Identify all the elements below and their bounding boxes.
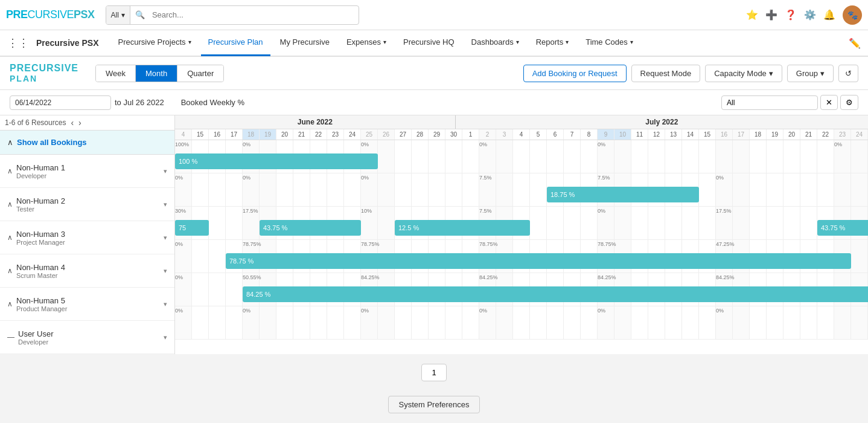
cal-row-5: 0%0%0%0%0%0%0% [175, 306, 868, 340]
calendar-grid: June 2022July 20224151617181920212223242… [175, 115, 868, 354]
pagination-row: 1-6 of 6 Resources ‹ › [0, 115, 174, 131]
expand-icon: ∧ [7, 138, 13, 147]
quarter-view-button[interactable]: Quarter [177, 65, 223, 82]
nav-item-expenses[interactable]: Expenses ▾ [339, 30, 394, 56]
app-nav: ⋮⋮ Precursive PSX Precursive Projects ▾ … [0, 30, 868, 57]
expand-icon-4: ∧ [7, 300, 13, 308]
next-page-button[interactable]: › [78, 118, 81, 128]
plan-logo-sub: PLAN [10, 74, 78, 83]
booking-bar-2[interactable]: 43.75 % [260, 220, 361, 236]
expand-icon-5: — [7, 333, 14, 341]
resource-name-4: Non-Human 5 [16, 296, 164, 305]
calendar-container: 1-6 of 6 Resources ‹ › ∧ Show all Bookin… [0, 115, 868, 354]
booking-bar-2[interactable]: 75 [175, 220, 209, 236]
nav-item-hq[interactable]: Precursive HQ [396, 30, 462, 56]
booking-bar-3[interactable]: 78.75 % [226, 253, 851, 269]
refresh-button[interactable]: ↺ [838, 65, 858, 82]
search-scope[interactable]: All ▾ [106, 6, 130, 24]
add-icon[interactable]: ➕ [765, 9, 777, 21]
page-1-button[interactable]: 1 [421, 364, 446, 381]
plan-header: PRECURSIVE PLAN Week Month Quarter Add B… [0, 57, 868, 90]
global-search: All ▾ 🔍 [106, 5, 359, 25]
resource-info-0: Non-Human 1 Developer [16, 163, 164, 179]
nav-item-dashboards[interactable]: Dashboards ▾ [464, 30, 526, 56]
week-view-button[interactable]: Week [96, 65, 136, 82]
month-view-button[interactable]: Month [136, 65, 177, 82]
bottom-pagination: 1 [0, 354, 868, 391]
request-mode-button[interactable]: Request Mode [631, 65, 701, 82]
chevron-down-icon: ▾ [188, 39, 191, 45]
booking-bar-2[interactable]: 12.5 % [395, 220, 530, 236]
resource-action-4[interactable]: ▾ [164, 300, 167, 308]
resource-action-3[interactable]: ▾ [164, 267, 167, 275]
cal-row-2: 30%17.5%10%7.5%0%17.5%17.5%7543.75 %12.5… [175, 207, 868, 240]
booking-bar-0[interactable]: 100 % [175, 153, 378, 169]
nav-label-projects: Precursive Projects [118, 37, 186, 47]
chevron-down-icon-dashboards: ▾ [516, 39, 519, 45]
resource-role-4: Product Manager [16, 305, 164, 312]
cal-row-4: 0%50.55%84.25%84.25%84.25%84.25%0%84.25 … [175, 273, 868, 306]
resource-name-0: Non-Human 1 [16, 163, 164, 172]
search-input[interactable] [150, 10, 359, 19]
capacity-mode-button[interactable]: Capacity Mode ▾ [705, 65, 782, 82]
prev-page-button[interactable]: ‹ [71, 118, 74, 128]
add-booking-button[interactable]: Add Booking or Request [523, 65, 627, 82]
search-icon: 🔍 [130, 10, 150, 19]
resource-row-4[interactable]: ∧ Non-Human 5 Product Manager ▾ [0, 288, 174, 321]
booking-bar-4[interactable]: 84.25 % [243, 286, 868, 302]
date-to-label: to Jul 26 2022 [115, 98, 164, 107]
avatar[interactable]: 🐾 [843, 5, 862, 25]
top-bar: PRECURSIVEPSX All ▾ 🔍 ⭐ ➕ ❓ ⚙️ 🔔 🐾 [0, 0, 868, 30]
app-grid-icon[interactable]: ⋮⋮ [7, 36, 29, 50]
group-button[interactable]: Group ▾ [787, 65, 834, 82]
resource-row-5[interactable]: — User User Developer ▾ [0, 321, 174, 354]
settings-icon[interactable]: ⚙️ [804, 9, 816, 21]
resource-action-2[interactable]: ▾ [164, 234, 167, 242]
resource-role-3: Scrum Master [16, 272, 164, 279]
star-rating-icon[interactable]: ⭐ [746, 9, 758, 21]
resource-row-3[interactable]: ∧ Non-Human 4 Scrum Master ▾ [0, 254, 174, 288]
system-prefs-button[interactable]: System Preferences [388, 396, 479, 413]
nav-label-my: My Precursive [280, 37, 330, 47]
resource-action-1[interactable]: ▾ [164, 201, 167, 208]
system-prefs: System Preferences [0, 391, 868, 418]
filter-input[interactable] [721, 95, 818, 110]
filter-button[interactable]: ⚙ [840, 95, 858, 110]
resource-info-5: User User Developer [18, 329, 164, 346]
chevron-down-icon-time-codes: ▾ [630, 39, 633, 45]
main-content: PRECURSIVE PLAN Week Month Quarter Add B… [0, 57, 868, 391]
expand-icon-2: ∧ [7, 233, 13, 242]
date-from-input[interactable] [10, 95, 111, 110]
resource-name-5: User User [18, 329, 164, 338]
filter-area: ✕ ⚙ [721, 95, 858, 110]
chevron-down-icon-group: ▾ [820, 69, 825, 78]
resource-row-0[interactable]: ∧ Non-Human 1 Developer ▾ [0, 155, 174, 188]
group-label: Group [796, 69, 818, 78]
resource-panel: 1-6 of 6 Resources ‹ › ∧ Show all Bookin… [0, 115, 175, 354]
app-name-label: Precursive PSX [36, 38, 99, 48]
nav-item-my-precursive[interactable]: My Precursive [273, 30, 337, 56]
logo-psx: PSX [74, 8, 95, 21]
resource-action-5[interactable]: ▾ [164, 334, 167, 341]
view-toggle: Week Month Quarter [95, 65, 224, 82]
booking-bar-1[interactable]: 18.75 % [547, 187, 699, 202]
resource-role-1: Tester [16, 205, 164, 213]
nav-item-reports[interactable]: Reports ▾ [529, 30, 576, 56]
nav-item-precursive-plan[interactable]: Precursive Plan [201, 30, 270, 56]
resource-row-2[interactable]: ∧ Non-Human 3 Project Manager ▾ [0, 221, 174, 254]
resource-role-0: Developer [16, 172, 164, 179]
scope-label: All [111, 11, 119, 19]
nav-item-precursive-projects[interactable]: Precursive Projects ▾ [111, 30, 199, 56]
nav-label-reports: Reports [536, 37, 564, 47]
nav-edit-icon[interactable]: ✏️ [849, 37, 861, 49]
help-icon[interactable]: ❓ [785, 9, 797, 21]
booking-bar-2[interactable]: 43.75 % [817, 220, 868, 236]
resource-info-3: Non-Human 4 Scrum Master [16, 263, 164, 279]
nav-item-time-codes[interactable]: Time Codes ▾ [578, 30, 640, 56]
resource-action-0[interactable]: ▾ [164, 167, 167, 175]
expand-icon-0: ∧ [7, 167, 13, 175]
show-all-bookings-header[interactable]: ∧ Show all Bookings [0, 131, 174, 155]
notifications-icon[interactable]: 🔔 [823, 9, 835, 21]
resource-row-1[interactable]: ∧ Non-Human 2 Tester ▾ [0, 188, 174, 221]
clear-filter-button[interactable]: ✕ [820, 95, 838, 110]
